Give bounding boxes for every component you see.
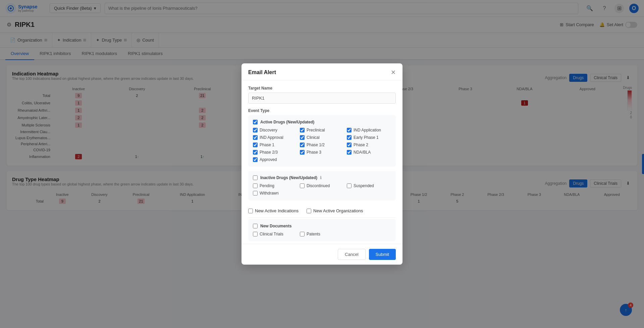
pending-checkbox-row: Pending [253,183,297,188]
submit-button[interactable]: Submit [369,249,396,260]
phase-1-2-checkbox-row: Phase 1/2 [300,143,344,147]
suspended-checkbox[interactable] [347,183,352,188]
approved-checkbox[interactable] [253,157,258,162]
new-active-indications-label: New Active Indications [255,208,299,213]
phase-2-3-checkbox-row: Phase 2/3 [253,150,297,155]
modal-title: Email Alert [248,69,276,75]
ind-approval-checkbox[interactable] [253,135,258,140]
phase-1-2-checkbox[interactable] [300,143,305,147]
active-drugs-section: Active Drugs (New/Updated) Discovery Pre… [248,115,396,167]
clinical-checkbox-row: Clinical [300,135,344,140]
clinical-trials-doc-checkbox[interactable] [253,232,258,236]
phase-2-3-checkbox[interactable] [253,150,258,155]
new-documents-title: New Documents [253,224,391,228]
phase1-checkbox-row: Phase 1 [253,143,297,147]
withdrawn-checkbox-row: Withdrawn [253,191,297,196]
clinical-trials-doc-checkbox-row: Clinical Trials [253,232,297,236]
modal-body: Target Name Event Type Active Drugs (New… [241,80,402,244]
withdrawn-checkbox[interactable] [253,191,258,196]
event-type-label: Event Type [248,108,396,113]
inactive-drugs-title: Inactive Drugs (New/Updated) ℹ [253,175,391,180]
early-phase1-checkbox-row: Early Phase 1 [347,135,391,140]
preclinical-checkbox-row: Preclinical [300,128,344,132]
cancel-button[interactable]: Cancel [338,249,365,260]
inactive-drugs-section: Inactive Drugs (New/Updated) ℹ Pending D… [248,171,396,200]
approved-checkbox-row: Approved [253,157,297,162]
inactive-drugs-options: Pending Discontinued Suspended Withdrawn [253,183,391,196]
nda-bla-checkbox[interactable] [347,150,352,155]
active-drugs-checkbox[interactable] [253,120,258,124]
inactive-drugs-checkbox[interactable] [253,175,258,180]
new-active-organizations-item: New Active Organizations [307,208,363,213]
new-documents-checkbox[interactable] [253,224,258,228]
new-active-indications-item: New Active Indications [248,208,299,213]
active-drugs-options: Discovery Preclinical IND Application IN… [253,128,391,162]
discovery-checkbox-row: Discovery [253,128,297,132]
discontinued-checkbox-row: Discontinued [300,183,344,188]
target-name-input[interactable] [248,93,396,104]
preclinical-checkbox[interactable] [300,128,305,132]
new-active-organizations-label: New Active Organizations [313,208,363,213]
doc-checkboxes: Clinical Trials Patents [253,232,391,236]
ind-application-checkbox[interactable] [347,128,352,132]
clinical-checkbox[interactable] [300,135,305,140]
modal-footer: Cancel Submit [241,244,402,265]
phase2-checkbox[interactable] [347,143,352,147]
modal-close-button[interactable]: ✕ [391,69,396,75]
discovery-checkbox[interactable] [253,128,258,132]
ind-application-checkbox-row: IND Application [347,128,391,132]
phase3-checkbox[interactable] [300,150,305,155]
patents-doc-checkbox-row: Patents [300,232,344,236]
email-alert-modal: Email Alert ✕ Target Name Event Type Act… [241,63,402,265]
ind-approval-checkbox-row: IND Approval [253,135,297,140]
target-name-label: Target Name [248,86,396,91]
patents-doc-checkbox[interactable] [300,232,305,236]
new-documents-section: New Documents Clinical Trials Patents [248,219,396,241]
active-drugs-title: Active Drugs (New/Updated) [253,120,391,124]
info-icon: ℹ [320,175,322,180]
phase3-checkbox-row: Phase 3 [300,150,344,155]
new-active-organizations-checkbox[interactable] [307,209,311,213]
modal-header: Email Alert ✕ [241,63,402,80]
phase2-checkbox-row: Phase 2 [347,143,391,147]
discontinued-checkbox[interactable] [300,183,305,188]
nda-bla-checkbox-row: NDA/BLA [347,150,391,155]
phase1-checkbox[interactable] [253,143,258,147]
pending-checkbox[interactable] [253,183,258,188]
modal-overlay[interactable]: Email Alert ✕ Target Name Event Type Act… [0,0,644,328]
new-active-row: New Active Indications New Active Organi… [248,204,396,218]
early-phase1-checkbox[interactable] [347,135,352,140]
suspended-checkbox-row: Suspended [347,183,391,188]
new-active-indications-checkbox[interactable] [248,209,253,213]
